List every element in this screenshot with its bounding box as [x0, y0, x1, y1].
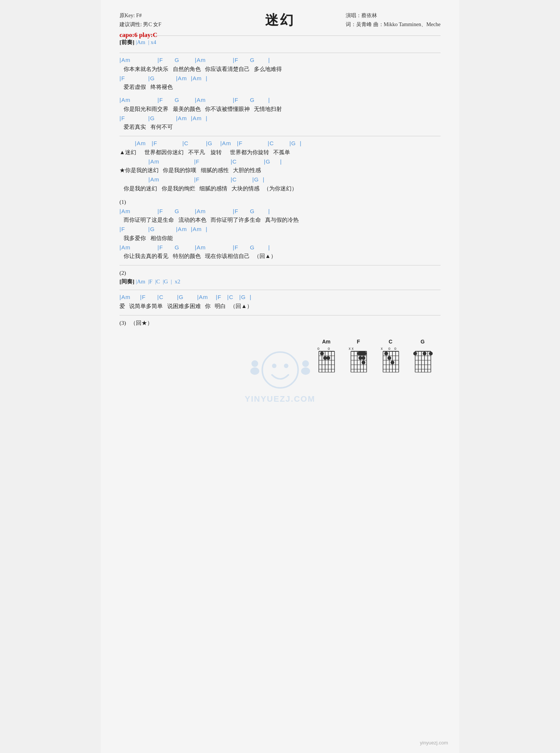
- lyric-line-11: 爱 说简单多简单 说困难多困难 你 明白 （回▲）: [119, 302, 441, 311]
- chord-line-10: |Am |F G |Am |F G |: [119, 243, 441, 252]
- svg-point-74: [429, 352, 433, 355]
- svg-text:x: x: [349, 346, 351, 351]
- diagram-am-label: Am: [322, 339, 331, 345]
- lyric-line-2: 爱若虚假 终将褪色: [119, 83, 441, 91]
- svg-text:o: o: [328, 346, 330, 351]
- verse1b: |Am |F G |Am |F G | 你是阳光和雨交界 最美的颜色 你不该被懵…: [119, 96, 441, 131]
- lyric-line-9: 我多爱你 相信你能: [119, 234, 441, 243]
- chord-line-3: |Am |F G |Am |F G |: [119, 96, 441, 105]
- diagram-f: F x x: [348, 339, 369, 373]
- chord-line-1: |Am |F G |Am |F G |: [119, 56, 441, 65]
- bottom-watermark-text: yinyuezj.com: [420, 740, 448, 746]
- divider4: [119, 265, 441, 265]
- svg-point-72: [413, 352, 417, 355]
- meta-right: 演唱：蔡依林 词：吴青峰 曲：Mikko Tamminen、Meche: [346, 11, 441, 29]
- interlude-label: [间奏]: [119, 279, 134, 284]
- chord-line-6: |Am |F |C |G |: [119, 158, 441, 166]
- divider6: [119, 315, 441, 315]
- diagram-c-label: C: [389, 339, 392, 345]
- interlude-chords: |Am |F |C |G | x2: [134, 279, 180, 284]
- chord-line-9: |F |G |Am |Am |: [119, 225, 441, 234]
- lyric-line-7: 你是我的迷幻 你是我的绚烂 细腻的感情 大块的情感 （为你迷幻）: [119, 184, 441, 193]
- chord-line-8: |Am |F G |Am |F G |: [119, 207, 441, 216]
- original-key: 原Key: F#: [119, 11, 161, 20]
- svg-point-57: [384, 352, 388, 355]
- divider2: [119, 53, 441, 53]
- interlude-line: [间奏] |Am |F |C |G | x2: [119, 278, 441, 285]
- meta-left: 原Key: F# 建议调性: 男C 女F capo:6 play:C: [119, 11, 161, 40]
- svg-rect-38: [357, 352, 367, 355]
- section1: (1) |Am |F G |Am |F G | 而你证明了这是生命 流动的本色 …: [119, 197, 441, 261]
- page: YINYUEZJ.COM 原Key: F# 建议调性: 男C 女F capo:6…: [101, 0, 459, 753]
- chorus-block: |Am |F |C |G |Am |F |C |G | ▲迷幻 世界都因你迷幻 …: [119, 139, 441, 193]
- credits: 词：吴青峰 曲：Mikko Tamminen、Meche: [346, 20, 441, 29]
- svg-point-59: [391, 361, 394, 364]
- svg-text:o: o: [394, 346, 396, 351]
- section1-label: (1): [119, 197, 441, 206]
- chord-line-11: |Am |F |C |G |Am |F |C |G |: [119, 293, 441, 302]
- svg-point-21: [320, 352, 324, 355]
- intro-line: [前奏] |Am | x4: [119, 39, 441, 46]
- chord-line-7: |Am |F |C |G |: [119, 175, 441, 184]
- chord-diagrams: Am o o: [119, 339, 441, 373]
- watermark-text: YINYUEZJ.COM: [245, 394, 315, 404]
- diagram-f-label: F: [357, 339, 360, 345]
- verse1a: |Am |F G |Am |F G | 你本来就名为快乐 自然的角色 你应该看清…: [119, 56, 441, 91]
- diagram-c-svg: x o o: [380, 346, 401, 373]
- chord-line-4: |F |G |Am |Am |: [119, 114, 441, 123]
- svg-point-58: [388, 356, 391, 360]
- capo-line: capo:6 play:C: [119, 30, 161, 41]
- svg-point-41: [362, 361, 365, 364]
- chord-line-2: |F |G |Am |Am |: [119, 74, 441, 83]
- diagram-f-svg: x x: [348, 346, 369, 373]
- song-title: 迷幻: [265, 11, 295, 29]
- diagram-c: C x o o: [380, 339, 401, 373]
- diagram-g-label: G: [421, 339, 425, 345]
- performer: 演唱：蔡依林: [346, 11, 441, 20]
- header: 原Key: F# 建议调性: 男C 女F capo:6 play:C 迷幻 演唱…: [119, 11, 441, 32]
- svg-point-23: [326, 356, 330, 360]
- section2-label: (2): [119, 268, 441, 277]
- divider3: [119, 136, 441, 136]
- chord-line-5: |Am |F |C |G |Am |F |C |G |: [119, 139, 441, 148]
- lyric-line-5: ▲迷幻 世界都因你迷幻 不平凡 旋转 世界都为你旋转 不孤单: [119, 148, 441, 157]
- diagram-am-svg: o o: [316, 346, 337, 373]
- svg-text:o: o: [388, 346, 391, 351]
- intro-section: [前奏] |Am | x4: [119, 39, 441, 46]
- diagram-g: G: [412, 339, 433, 373]
- section3: (3) （回★）: [119, 318, 441, 327]
- lyric-line-8: 而你证明了这是生命 流动的本色 而你证明了许多生命 真与假的冷热: [119, 215, 441, 224]
- love-verse: |Am |F |C |G |Am |F |C |G | 爱 说简单多简单 说困难…: [119, 293, 441, 311]
- lyric-line-1: 你本来就名为快乐 自然的角色 你应该看清楚自己 多么地难得: [119, 65, 441, 74]
- section3-label: (3) （回★）: [119, 318, 441, 327]
- diagram-am: Am o o: [316, 339, 337, 373]
- diagram-g-svg: [412, 346, 433, 373]
- suggested-key: 建议调性: 男C 女F: [119, 20, 161, 29]
- svg-point-40: [362, 356, 365, 360]
- svg-text:x: x: [381, 346, 383, 351]
- svg-text:o: o: [317, 346, 320, 351]
- lyric-line-4: 爱若真实 有何不可: [119, 122, 441, 131]
- svg-point-73: [423, 352, 426, 355]
- lyric-line-3: 你是阳光和雨交界 最美的颜色 你不该被懵懂眼神 无情地扫射: [119, 105, 441, 113]
- svg-text:x: x: [352, 346, 354, 351]
- lyric-line-6: ★你是我的迷幻 你是我的惊嘆 细腻的感性 大胆的性感: [119, 166, 441, 175]
- divider: [119, 35, 441, 36]
- section2: (2) [间奏] |Am |F |C |G | x2: [119, 268, 441, 285]
- divider5: [119, 290, 441, 290]
- lyric-line-10: 你让我去真的看见 特别的颜色 现在你该相信自己 （回▲）: [119, 252, 441, 261]
